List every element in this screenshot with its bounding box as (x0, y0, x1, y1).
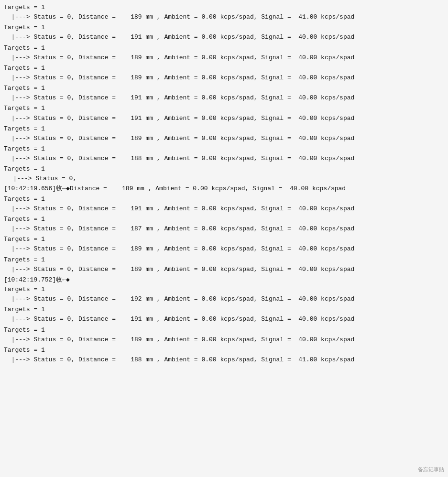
status-line: |---> Status = 0, Distance = 189 mm , Am… (4, 53, 444, 63)
log-entry: Targets = 1 |---> Status = 0, Distance =… (4, 104, 444, 123)
status-line: |---> Status = 0, Distance = 191 mm , Am… (4, 314, 444, 324)
targets-line: Targets = 1 (4, 325, 444, 335)
targets-line: Targets = 1 (4, 124, 444, 134)
targets-line: Targets = 1 (4, 255, 444, 265)
log-entry: Targets = 1 |---> Status = 0,[10:42:19.6… (4, 164, 444, 193)
status-line: |---> Status = 0, Distance = 187 mm , Am… (4, 224, 444, 234)
log-entry: Targets = 1 |---> Status = 0, Distance =… (4, 124, 444, 143)
log-entry: Targets = 1 |---> Status = 0, Distance =… (4, 43, 444, 63)
targets-line: Targets = 1 (4, 23, 444, 33)
terminal-output: Targets = 1 |---> Status = 0, Distance =… (0, 0, 448, 477)
targets-line: Targets = 1 (4, 346, 444, 355)
targets-line: Targets = 1 (4, 104, 444, 113)
targets-line: Targets = 1 (4, 215, 444, 224)
log-entry: Targets = 1 |---> Status = 0, Distance =… (4, 144, 444, 163)
watermark: 备忘记事贴 (418, 466, 444, 473)
status-line-part2: [10:42:19.656]收←◆Distance = 189 mm , Amb… (4, 184, 444, 194)
targets-line: Targets = 1 (4, 3, 444, 12)
status-line: |---> Status = 0, Distance = 188 mm , Am… (4, 355, 444, 365)
targets-line: Targets = 1 (4, 235, 444, 244)
status-line: |---> Status = 0, Distance = 191 mm , Am… (4, 33, 444, 42)
log-entry: Targets = 1 |---> Status = 0, Distance =… (4, 84, 444, 103)
status-line: |---> Status = 0, Distance = 189 mm , Am… (4, 265, 444, 274)
status-line: |---> Status = 0, Distance = 192 mm , Am… (4, 294, 444, 304)
log-entry: Targets = 1 |---> Status = 0, Distance =… (4, 64, 444, 83)
log-entry: Targets = 1 |---> Status = 0, Distance =… (4, 215, 444, 234)
status-line: |---> Status = 0, Distance = 189 mm , Am… (4, 12, 444, 22)
status-line: |---> Status = 0, Distance = 191 mm , Am… (4, 93, 444, 103)
log-entry: [10:42:19.752]收←◆Targets = 1 |---> Statu… (4, 275, 444, 304)
targets-line: Targets = 1 (4, 164, 444, 174)
targets-line: Targets = 1 (4, 305, 444, 314)
log-entry: Targets = 1 |---> Status = 0, Distance =… (4, 195, 444, 214)
log-entry: Targets = 1 |---> Status = 0, Distance =… (4, 305, 444, 324)
status-line: |---> Status = 0, Distance = 189 mm , Am… (4, 134, 444, 143)
targets-line: Targets = 1 (4, 43, 444, 53)
status-line: |---> Status = 0, Distance = 189 mm , Am… (4, 244, 444, 254)
log-entry: Targets = 1 |---> Status = 0, Distance =… (4, 255, 444, 274)
targets-line: Targets = 1 (4, 144, 444, 154)
targets-line: Targets = 1 (4, 285, 444, 294)
log-entry: Targets = 1 |---> Status = 0, Distance =… (4, 235, 444, 254)
timestamp-line: [10:42:19.752]收←◆ (4, 275, 444, 285)
log-entry: Targets = 1 |---> Status = 0, Distance =… (4, 346, 444, 365)
log-entry: Targets = 1 |---> Status = 0, Distance =… (4, 325, 444, 345)
targets-line: Targets = 1 (4, 195, 444, 204)
targets-line: Targets = 1 (4, 64, 444, 73)
status-line: |---> Status = 0, Distance = 189 mm , Am… (4, 335, 444, 345)
status-line: |---> Status = 0, Distance = 189 mm , Am… (4, 73, 444, 83)
status-line: |---> Status = 0, Distance = 191 mm , Am… (4, 114, 444, 123)
status-line: |---> Status = 0, Distance = 188 mm , Am… (4, 154, 444, 163)
status-line: |---> Status = 0, Distance = 191 mm , Am… (4, 204, 444, 214)
log-entry: Targets = 1 |---> Status = 0, Distance =… (4, 3, 444, 22)
targets-line: Targets = 1 (4, 84, 444, 93)
log-entry: Targets = 1 |---> Status = 0, Distance =… (4, 23, 444, 42)
status-line-part1: |---> Status = 0, (4, 174, 444, 184)
